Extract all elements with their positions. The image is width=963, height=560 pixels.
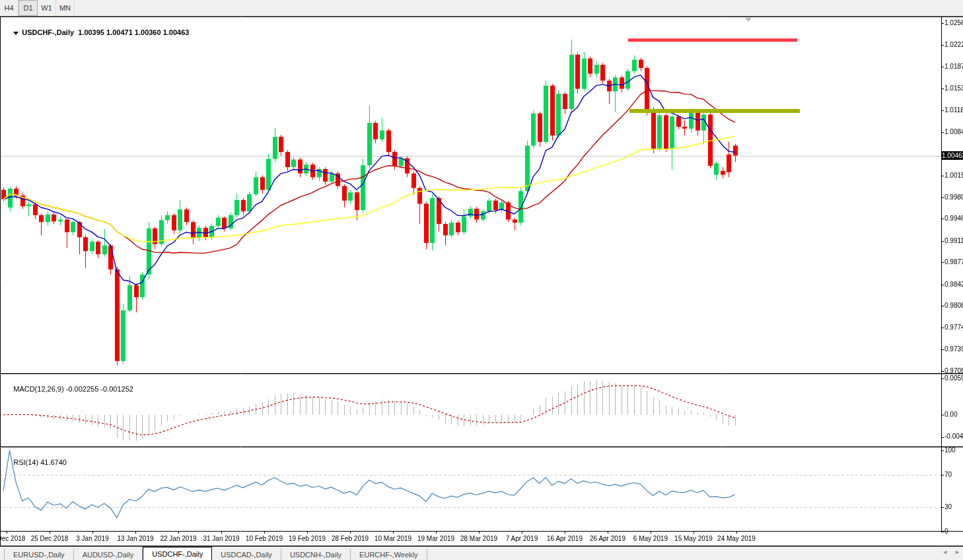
- price-axis-label: 1.02220: [945, 41, 963, 48]
- chart-shift-marker-icon[interactable]: [745, 18, 752, 22]
- current-price-badge: 1.00463: [942, 151, 963, 160]
- chart-title: USDCHF-,Daily 1.00395 1.00471 1.00360 1.…: [5, 20, 189, 44]
- price-axis-label: 1.00840: [945, 128, 963, 135]
- macd-pane-label: MACD(12,26,9) -0.002255 -0.001252: [5, 377, 133, 401]
- chart-canvas[interactable]: [0, 0, 963, 560]
- date-axis-label: 6 May 2019: [627, 535, 674, 542]
- date-axis-label: 16 Dec 2018: [0, 535, 30, 542]
- rsi-axis-label: 100: [945, 446, 956, 454]
- price-axis-label: 0.99110: [945, 237, 963, 244]
- chart-tab-eurchfweekly[interactable]: EURCHF-,Weekly: [351, 549, 427, 560]
- timeframe-toolbar: H4D1W1MN: [0, 0, 963, 17]
- date-axis-label: 19 Mar 2019: [413, 535, 459, 542]
- date-axis-label: 19 Feb 2019: [284, 535, 330, 542]
- price-axis-label: 0.98770: [945, 258, 963, 265]
- macd-axis-label: -0.00424: [945, 433, 963, 440]
- macd-indicator-name: MACD(12,26,9): [13, 385, 63, 393]
- tab-scroll-left-icon[interactable]: ◄: [942, 549, 948, 555]
- price-axis-label: 1.00150: [945, 172, 963, 179]
- rsi-indicator-name: RSI(14): [13, 458, 38, 466]
- date-axis-label: 15 May 2019: [670, 535, 717, 542]
- price-axis-label: 0.98080: [945, 302, 963, 309]
- rsi-axis-label: 0: [945, 528, 948, 535]
- date-axis-label: 7 Apr 2019: [499, 535, 545, 542]
- chart-tab-eurusddaily[interactable]: EURUSD-,Daily: [4, 549, 74, 560]
- chart-symbol-label: USDCHF-,Daily: [22, 28, 74, 36]
- date-axis-label: 25 Dec 2018: [26, 535, 73, 542]
- date-axis-label: 3 Jan 2019: [69, 535, 116, 542]
- macd-axis-label: 0.00597: [945, 374, 963, 382]
- date-axis-label: 28 Mar 2019: [456, 535, 502, 542]
- timeframe-button-d1[interactable]: D1: [18, 0, 38, 16]
- date-axis-label: 28 Feb 2019: [327, 535, 373, 542]
- chevron-down-icon[interactable]: [13, 32, 18, 35]
- price-axis-label: 0.97050: [945, 367, 963, 374]
- price-axis-label: 0.97390: [945, 345, 963, 353]
- chart-tab-usdcnhdaily[interactable]: USDCNH-,Daily: [281, 549, 351, 560]
- price-axis-label: 0.99800: [945, 193, 963, 201]
- date-axis-label: 10 Feb 2019: [241, 535, 287, 542]
- tab-scrollers: ◄ ►: [942, 549, 960, 555]
- date-axis-label: 22 Jan 2019: [155, 535, 201, 542]
- rsi-pane-label: RSI(14) 41.6740: [5, 450, 67, 474]
- rsi-axis-label: 30: [945, 503, 952, 510]
- timeframe-button-mn[interactable]: MN: [56, 0, 75, 16]
- date-axis-label: 16 Apr 2019: [542, 535, 588, 542]
- date-axis-label: 10 Mar 2019: [370, 535, 416, 542]
- macd-axis-label: 0.00: [945, 411, 957, 418]
- trading-app-window: H4D1W1MN USDCHF-,Daily 1.00395 1.00471 1…: [0, 0, 963, 560]
- chart-ohlc-values: 1.00395 1.00471 1.00360 1.00463: [78, 28, 189, 36]
- date-axis-label: 13 Jan 2019: [112, 535, 159, 542]
- price-axis-label: 1.01180: [945, 106, 963, 114]
- date-axis-label: 24 May 2019: [713, 535, 760, 542]
- date-axis-label: 31 Jan 2019: [198, 535, 244, 542]
- rsi-indicator-value: 41.6740: [40, 458, 67, 466]
- price-axis-label: 1.01870: [945, 63, 963, 70]
- chart-tabs-bar: EURUSD-,DailyAUDUSD-,DailyUSDCHF-,DailyU…: [0, 545, 963, 560]
- date-axis-label: 26 Apr 2019: [585, 535, 631, 542]
- rsi-axis-label: 70: [945, 471, 952, 478]
- tab-scroll-right-icon[interactable]: ►: [954, 549, 960, 555]
- price-axis-label: 0.98420: [945, 281, 963, 288]
- price-axis-label: 0.99460: [945, 215, 963, 222]
- macd-indicator-values: -0.002255 -0.001252: [66, 385, 133, 393]
- timeframe-button-h4[interactable]: H4: [0, 0, 18, 16]
- price-axis-label: 1.02560: [945, 19, 963, 26]
- chart-tab-audusddaily[interactable]: AUDUSD-,Daily: [74, 549, 143, 560]
- price-axis-label: 0.97740: [945, 324, 963, 331]
- price-axis-label: 1.01530: [945, 85, 963, 92]
- chart-tab-usdchfdaily[interactable]: USDCHF-,Daily: [143, 547, 212, 560]
- chart-tab-usdcaddaily[interactable]: USDCAD-,Daily: [212, 549, 281, 560]
- timeframe-button-w1[interactable]: W1: [38, 0, 56, 16]
